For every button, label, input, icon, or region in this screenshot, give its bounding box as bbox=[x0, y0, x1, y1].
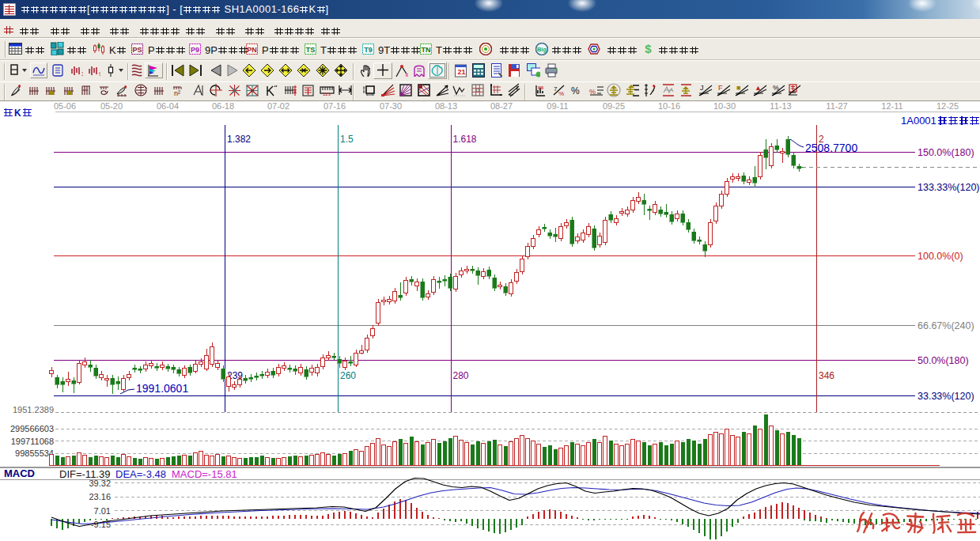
svg-text:1.618: 1.618 bbox=[453, 134, 477, 145]
svg-text:10-30: 10-30 bbox=[713, 101, 736, 111]
svg-text:7: 7 bbox=[554, 85, 558, 93]
svg-text:199711068: 199711068 bbox=[11, 437, 54, 446]
svg-text:%: % bbox=[558, 90, 564, 97]
svg-text:09-11: 09-11 bbox=[547, 101, 568, 111]
svg-text:07-02: 07-02 bbox=[267, 101, 289, 111]
svg-text:TS: TS bbox=[306, 46, 316, 54]
svg-text:MACD=-15.81: MACD=-15.81 bbox=[172, 468, 237, 480]
svg-text:2508.7700: 2508.7700 bbox=[805, 142, 857, 154]
svg-text:$: $ bbox=[645, 42, 652, 55]
svg-text:05-20: 05-20 bbox=[100, 101, 123, 111]
svg-text:11-27: 11-27 bbox=[826, 101, 847, 111]
svg-text:07-16: 07-16 bbox=[324, 101, 346, 111]
svg-text:%: % bbox=[773, 84, 779, 92]
svg-text:05-06: 05-06 bbox=[54, 101, 76, 111]
svg-text:P9: P9 bbox=[191, 46, 199, 54]
svg-text:TN: TN bbox=[422, 46, 431, 54]
svg-text:12-11: 12-11 bbox=[881, 101, 902, 111]
svg-text:12-25: 12-25 bbox=[936, 101, 959, 111]
svg-text:DEA=-3.48: DEA=-3.48 bbox=[115, 468, 166, 480]
svg-text:08-27: 08-27 bbox=[490, 101, 513, 111]
svg-text:100.0%(0): 100.0%(0) bbox=[918, 251, 963, 262]
svg-text:■: ■ bbox=[736, 84, 740, 92]
svg-text:1.5: 1.5 bbox=[340, 134, 354, 145]
svg-text:Big: Big bbox=[537, 46, 547, 53]
svg-text:1951.2389: 1951.2389 bbox=[13, 405, 54, 414]
svg-text:J: J bbox=[700, 84, 704, 92]
svg-text:09-25: 09-25 bbox=[603, 101, 625, 111]
svg-text:50.0%(180): 50.0%(180) bbox=[918, 355, 969, 366]
svg-text:66.67%(240): 66.67%(240) bbox=[918, 320, 974, 331]
svg-text:299566603: 299566603 bbox=[10, 424, 54, 433]
svg-text:7.01: 7.01 bbox=[94, 506, 111, 516]
svg-text:▲: ▲ bbox=[755, 84, 762, 92]
svg-text:n²: n² bbox=[174, 89, 180, 97]
svg-text:23.16: 23.16 bbox=[89, 492, 111, 501]
svg-text:280: 280 bbox=[453, 370, 469, 381]
svg-text:99855534: 99855534 bbox=[15, 448, 54, 458]
svg-text:150.0%(180): 150.0%(180) bbox=[918, 147, 974, 158]
svg-text:123: 123 bbox=[323, 92, 331, 96]
svg-text:08-13: 08-13 bbox=[435, 101, 457, 111]
svg-text:PN: PN bbox=[247, 46, 257, 54]
svg-text:21: 21 bbox=[457, 68, 465, 76]
svg-text:07-30: 07-30 bbox=[380, 101, 402, 111]
svg-text:260: 260 bbox=[340, 370, 356, 381]
svg-text:06-04: 06-04 bbox=[157, 101, 179, 111]
svg-text:10-16: 10-16 bbox=[658, 101, 680, 111]
svg-text:1.382: 1.382 bbox=[227, 134, 251, 145]
svg-text:K: K bbox=[14, 108, 21, 119]
svg-text:06-18: 06-18 bbox=[212, 101, 234, 111]
svg-text:T9: T9 bbox=[364, 46, 373, 54]
svg-text:MACD: MACD bbox=[4, 467, 35, 479]
svg-text:1A0001: 1A0001 bbox=[901, 115, 936, 127]
svg-text:346: 346 bbox=[819, 370, 834, 381]
svg-text:133.33%(120): 133.33%(120) bbox=[918, 182, 980, 193]
svg-text:9: 9 bbox=[99, 71, 100, 77]
svg-text:39.32: 39.32 bbox=[89, 479, 111, 488]
svg-text:1991.0601: 1991.0601 bbox=[136, 382, 188, 395]
svg-text:3: 3 bbox=[81, 71, 83, 77]
svg-text:11-13: 11-13 bbox=[770, 101, 791, 111]
svg-text:F: F bbox=[718, 84, 723, 92]
svg-text:%: % bbox=[571, 85, 580, 96]
svg-text:33.33%(120): 33.33%(120) bbox=[918, 391, 974, 402]
svg-text:PS: PS bbox=[132, 46, 142, 54]
